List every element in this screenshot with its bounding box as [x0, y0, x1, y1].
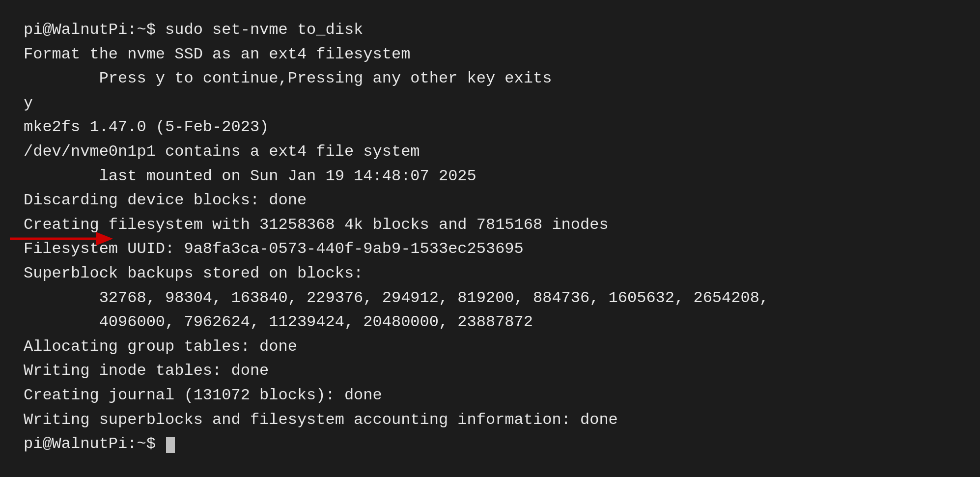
terminal-line-superblock: Superblock backups stored on blocks: [24, 261, 956, 286]
terminal-line-writing-inode: Writing inode tables: done [24, 359, 956, 383]
terminal-line-last-mounted: last mounted on Sun Jan 19 14:48:07 2025 [24, 164, 956, 189]
cursor-block [166, 437, 175, 453]
svg-marker-1 [96, 232, 113, 246]
terminal-line-cmd-line: pi@WalnutPi:~$ sudo set-nvme to_disk [24, 18, 956, 42]
terminal-line-mke2fs: mke2fs 1.47.0 (5-Feb-2023) [24, 115, 956, 140]
terminal-line-creating-fs: Creating filesystem with 31258368 4k blo… [24, 213, 956, 237]
terminal-line-y-input: y [24, 91, 956, 115]
terminal-line-alloc-group: Allocating group tables: done [24, 335, 956, 359]
terminal-line-press-y: Press y to continue,Pressing any other k… [24, 66, 956, 91]
terminal-line-prompt-final: pi@WalnutPi:~$ [24, 432, 956, 456]
terminal-line-format-info: Format the nvme SSD as an ext4 filesyste… [24, 42, 956, 67]
terminal-line-writing-super: Writing superblocks and filesystem accou… [24, 408, 956, 432]
terminal-text: Writing superblocks and filesystem accou… [24, 411, 618, 429]
terminal-line-uuid: Filesystem UUID: 9a8fa3ca-0573-440f-9ab9… [24, 237, 956, 261]
terminal-line-creating-journal: Creating journal (131072 blocks): done [24, 383, 956, 408]
terminal-line-blocks2: 4096000, 7962624, 11239424, 20480000, 23… [24, 310, 956, 335]
arrow-icon [10, 228, 113, 250]
terminal-line-discarding: Discarding device blocks: done [24, 188, 956, 213]
terminal-window: pi@WalnutPi:~$ sudo set-nvme to_diskForm… [0, 0, 980, 477]
terminal-line-blocks1: 32768, 98304, 163840, 229376, 294912, 81… [24, 286, 956, 310]
terminal-line-nvme-contains: /dev/nvme0n1p1 contains a ext4 file syst… [24, 140, 956, 164]
prompt-text: pi@WalnutPi:~$ [24, 435, 165, 453]
